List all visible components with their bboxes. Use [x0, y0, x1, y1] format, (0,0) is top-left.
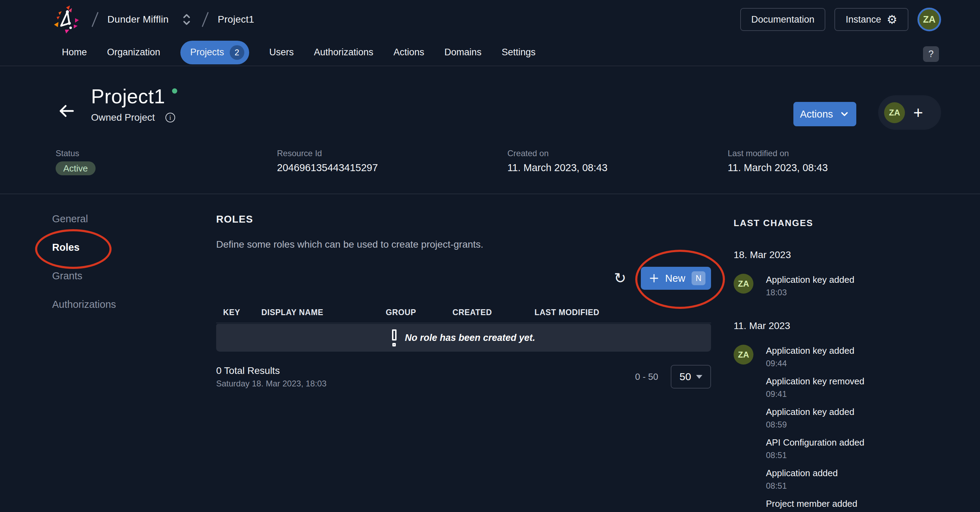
- keyboard-shortcut-badge: N: [692, 271, 705, 285]
- roles-table-footer: 0 Total Results Saturday 18. Mar 2023, 1…: [216, 365, 711, 389]
- breadcrumb-slash: [91, 12, 99, 27]
- change-title: API Configuration added: [766, 437, 864, 448]
- last-changes-panel: LAST CHANGES 18. Mar 2023 ZA Application…: [733, 209, 963, 512]
- breadcrumb: Dunder Mifflin Project1: [52, 4, 255, 35]
- change-avatar: ZA: [733, 345, 753, 365]
- breadcrumb-project[interactable]: Project1: [218, 14, 254, 25]
- meta-resource-id: Resource Id 204696135443415297: [277, 148, 378, 174]
- status-badge: Active: [56, 161, 95, 175]
- active-state-dot: [172, 88, 177, 94]
- zitadel-logo[interactable]: [52, 4, 83, 35]
- created-on-value: 11. March 2023, 08:43: [508, 162, 608, 174]
- documentation-button[interactable]: Documentation: [740, 8, 826, 31]
- column-header-created: CREATED: [452, 308, 535, 317]
- chevron-down-icon: [839, 109, 850, 119]
- actions-dropdown-button[interactable]: Actions: [793, 102, 856, 126]
- info-icon[interactable]: i: [165, 113, 175, 123]
- nav-tab-organization[interactable]: Organization: [107, 47, 160, 58]
- caret-down-icon: [696, 375, 702, 379]
- change-entry: Application key removed 09:41: [733, 375, 963, 399]
- sidebar-item-roles[interactable]: Roles: [52, 239, 116, 255]
- org-switch-icon[interactable]: [180, 12, 193, 27]
- page-size-select[interactable]: 50: [671, 365, 711, 389]
- nav-tab-projects[interactable]: Projects 2: [180, 41, 249, 64]
- pagination: 0 - 50 50: [635, 365, 711, 389]
- nav-tab-domains[interactable]: Domains: [444, 47, 482, 58]
- change-entry: Application added 08:51: [733, 467, 963, 491]
- top-header: Dunder Mifflin Project1 Documentation In…: [0, 0, 980, 39]
- add-member-button[interactable]: +: [913, 104, 923, 121]
- change-time: 09:44: [766, 359, 854, 368]
- change-date: 18. Mar 2023: [733, 249, 963, 260]
- roles-table-header: KEY DISPLAY NAME GROUP CREATED LAST MODI…: [216, 302, 711, 323]
- change-title: Application key added: [766, 274, 854, 285]
- change-entry: API Configuration added 08:51: [733, 437, 963, 460]
- user-avatar[interactable]: ZA: [918, 8, 941, 31]
- refresh-icon[interactable]: ↻: [614, 271, 626, 286]
- roles-toolbar: ↻ New N: [216, 267, 711, 290]
- actions-dropdown-label: Actions: [800, 108, 833, 120]
- total-results: 0 Total Results: [216, 365, 327, 376]
- change-time: 08:51: [766, 450, 864, 460]
- header-actions: Documentation Instance ⚙ ZA: [740, 8, 941, 31]
- last-changes-heading: LAST CHANGES: [733, 218, 963, 228]
- change-time: 18:03: [766, 288, 854, 297]
- instance-button-label: Instance: [845, 14, 881, 25]
- change-avatar: ZA: [733, 274, 753, 293]
- change-title: Application key added: [766, 407, 854, 417]
- member-avatar[interactable]: ZA: [884, 102, 905, 123]
- change-entry: Application key added 08:59: [733, 406, 963, 429]
- roles-section: ROLES Define some roles which can be use…: [216, 209, 711, 389]
- nav-tab-authorizations[interactable]: Authorizations: [314, 47, 373, 58]
- project-type-label: Owned Project: [91, 112, 155, 123]
- change-entry: ZA Application key added 09:44: [733, 345, 963, 368]
- new-role-button[interactable]: New N: [641, 267, 711, 290]
- exclamation-icon: [392, 329, 396, 346]
- project-title-block: Project1 Owned Project i: [91, 85, 177, 123]
- change-entry: ZA Application key added 18:03: [733, 274, 963, 297]
- project-side-menu: General Roles Grants Authorizations: [52, 211, 116, 325]
- gear-icon: ⚙: [887, 14, 897, 26]
- meta-modified: Last modified on 11. March 2023, 08:43: [728, 148, 828, 174]
- change-title: Application key added: [766, 345, 854, 356]
- sidebar-item-grants[interactable]: Grants: [52, 268, 116, 284]
- column-header-key: KEY: [216, 308, 261, 317]
- change-title: Application key removed: [766, 376, 864, 387]
- help-button[interactable]: ?: [923, 46, 939, 62]
- projects-count-badge: 2: [230, 45, 244, 60]
- empty-state-text: No role has been created yet.: [405, 333, 535, 343]
- last-modified-value: 11. March 2023, 08:43: [728, 162, 828, 174]
- change-entry: Project member added 08:43: [733, 498, 963, 512]
- nav-tab-projects-label: Projects: [190, 47, 224, 58]
- breadcrumb-slash: [202, 12, 209, 27]
- resource-id-value: 204696135443415297: [277, 162, 378, 174]
- new-role-button-label: New: [665, 273, 685, 284]
- back-button[interactable]: [58, 102, 75, 120]
- created-on-label: Created on: [508, 148, 608, 158]
- section-divider: [0, 194, 980, 194]
- nav-tab-users[interactable]: Users: [269, 47, 294, 58]
- page-title: Project1: [91, 85, 165, 108]
- results-timestamp: Saturday 18. Mar 2023, 18:03: [216, 379, 327, 389]
- column-header-group: GROUP: [386, 308, 452, 317]
- instance-button[interactable]: Instance ⚙: [834, 8, 908, 31]
- last-modified-label: Last modified on: [728, 148, 828, 158]
- change-title: Project member added: [766, 498, 858, 509]
- org-selector[interactable]: Dunder Mifflin: [107, 14, 169, 25]
- main-nav: Home Organization Projects 2 Users Autho…: [0, 39, 980, 66]
- zitadel-console: Dunder Mifflin Project1 Documentation In…: [0, 0, 980, 512]
- meta-status: Status Active: [56, 148, 95, 175]
- change-time: 08:59: [766, 420, 854, 429]
- sidebar-item-authorizations[interactable]: Authorizations: [52, 296, 116, 313]
- sidebar-item-general[interactable]: General: [52, 211, 116, 227]
- nav-tab-actions[interactable]: Actions: [393, 47, 424, 58]
- plus-icon: [649, 273, 659, 283]
- nav-tab-settings[interactable]: Settings: [501, 47, 536, 58]
- status-label: Status: [56, 148, 95, 158]
- empty-state-row: No role has been created yet.: [216, 324, 711, 352]
- nav-tab-home[interactable]: Home: [62, 47, 87, 58]
- roles-description: Define some roles which can be used to c…: [216, 239, 711, 250]
- change-title: Application added: [766, 468, 838, 479]
- change-time: 08:51: [766, 481, 838, 491]
- page-range: 0 - 50: [635, 372, 659, 382]
